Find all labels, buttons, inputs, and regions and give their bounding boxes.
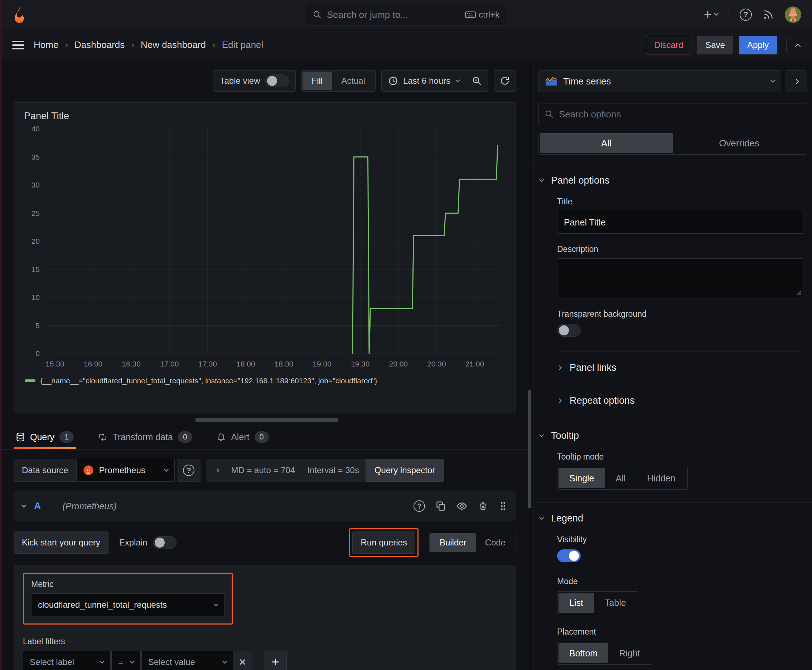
breadcrumb-separator: › — [212, 39, 215, 51]
window-edge — [0, 0, 2, 670]
apply-button[interactable]: Apply — [739, 36, 777, 54]
tooltip-title: Tooltip — [551, 430, 579, 441]
collapse-header-icon[interactable] — [796, 43, 800, 47]
breadcrumb-separator: › — [131, 39, 134, 51]
metric-label: Metric — [31, 579, 224, 589]
time-series-chart[interactable]: 051015202530354015:3016:0016:3017:0017:3… — [22, 124, 504, 374]
zoom-out-icon[interactable] — [466, 76, 488, 86]
svg-text:20:00: 20:00 — [389, 360, 408, 368]
tooltip-all-option[interactable]: All — [605, 468, 637, 488]
breadcrumb-new-dashboard[interactable]: New dashboard — [141, 39, 206, 51]
query-options-collapsed[interactable]: MD = auto = 704 Interval = 30s — [206, 459, 368, 482]
kick-start-query-button[interactable]: Kick start your query — [14, 531, 108, 554]
data-source-picker[interactable]: Prometheus — [76, 459, 175, 482]
operator-value: = — [118, 657, 123, 667]
svg-text:21:00: 21:00 — [465, 360, 485, 368]
builder-option[interactable]: Builder — [431, 533, 476, 552]
svg-text:19:00: 19:00 — [312, 360, 332, 368]
query-row-header[interactable]: A (Prometheus) ? — [14, 491, 516, 521]
select-label-dropdown[interactable]: Select label — [23, 651, 111, 670]
duplicate-query-icon[interactable] — [436, 501, 446, 511]
tab-all[interactable]: All — [540, 133, 673, 153]
left-pane-scrollbar[interactable] — [528, 390, 531, 508]
query-help-icon[interactable]: ? — [414, 500, 425, 512]
remove-filter-button[interactable]: ✕ — [233, 651, 253, 670]
nav-bar: Home › Dashboards › New dashboard › Edit… — [0, 29, 812, 61]
tab-transform-data[interactable]: Transform data 0 — [96, 431, 194, 449]
refresh-button[interactable] — [494, 70, 516, 91]
delete-query-icon[interactable] — [478, 501, 488, 511]
tab-alert[interactable]: Alert 0 — [214, 431, 271, 449]
tab-overrides[interactable]: Overrides — [673, 133, 805, 153]
svg-text:35: 35 — [32, 153, 40, 161]
explain-toggle[interactable] — [153, 536, 176, 549]
builder-code-segmented: Builder Code — [429, 532, 516, 553]
select-value-placeholder: Select value — [148, 657, 195, 667]
panel-title-input[interactable] — [557, 211, 804, 234]
placement-bottom-option[interactable]: Bottom — [559, 643, 608, 663]
pane-resize-handle[interactable] — [195, 418, 338, 422]
panel-title[interactable]: Panel Title — [14, 103, 79, 124]
repeat-options-section[interactable]: Repeat options — [557, 384, 804, 417]
table-view-control: Table view — [213, 70, 295, 91]
chart-legend: {__name__="cloudflared_tunnel_total_requ… — [25, 377, 515, 385]
fill-option[interactable]: Fill — [303, 71, 332, 90]
legend-list-option[interactable]: List — [559, 593, 594, 613]
code-option[interactable]: Code — [476, 533, 515, 552]
drag-handle-icon[interactable] — [499, 501, 507, 511]
metric-select[interactable]: cloudflared_tunnel_total_requests — [31, 594, 224, 616]
tooltip-single-option[interactable]: Single — [559, 468, 605, 488]
svg-text:20: 20 — [32, 237, 40, 245]
query-ref-id: A — [34, 501, 41, 512]
global-search[interactable]: Search or jump to... ctrl+k — [306, 4, 506, 25]
run-queries-button[interactable]: Run queries — [352, 531, 415, 554]
tooltip-header[interactable]: Tooltip — [534, 420, 812, 441]
breadcrumb-dashboards[interactable]: Dashboards — [75, 39, 125, 51]
select-value-dropdown[interactable]: Select value — [141, 651, 233, 670]
legend-visibility-toggle[interactable] — [557, 549, 581, 562]
help-icon[interactable]: ? — [740, 8, 752, 21]
explain-label: Explain — [119, 538, 147, 548]
news-icon[interactable] — [763, 9, 774, 20]
tooltip-hidden-option[interactable]: Hidden — [636, 468, 686, 488]
database-icon — [16, 432, 25, 442]
collapse-query-chevron-icon[interactable] — [22, 503, 26, 508]
breadcrumb-home[interactable]: Home — [34, 39, 58, 51]
breadcrumb-separator: › — [65, 39, 68, 51]
table-view-toggle[interactable] — [265, 74, 289, 87]
visualization-picker[interactable]: Time series — [539, 70, 781, 92]
new-menu-button[interactable]: + — [704, 7, 718, 22]
avatar[interactable] — [785, 7, 801, 23]
series-color-swatch — [25, 379, 36, 382]
time-range-chevron-icon[interactable] — [455, 78, 460, 82]
operator-dropdown[interactable]: = — [111, 651, 141, 670]
placement-right-option[interactable]: Right — [608, 643, 651, 663]
data-source-help-button[interactable]: ? — [177, 459, 200, 482]
transform-icon — [98, 432, 107, 442]
actual-option[interactable]: Actual — [332, 71, 375, 90]
search-options-input[interactable]: Search options — [539, 103, 807, 125]
grafana-logo[interactable] — [11, 6, 28, 23]
panel-options-header[interactable]: Panel options — [534, 165, 812, 186]
tab-query[interactable]: Query 1 — [14, 431, 76, 449]
legend-table-option[interactable]: Table — [594, 593, 637, 613]
description-textarea[interactable] — [557, 259, 804, 297]
panel-links-section[interactable]: Panel links — [557, 352, 804, 384]
label-filters-label: Label filters — [23, 637, 507, 646]
hamburger-menu-icon[interactable] — [12, 41, 24, 50]
legend-header[interactable]: Legend — [534, 503, 812, 524]
transparent-background-label: Transparent background — [557, 309, 804, 319]
svg-text:0: 0 — [36, 349, 40, 357]
discard-button[interactable]: Discard — [646, 36, 692, 54]
time-range-label[interactable]: Last 6 hours — [403, 76, 450, 86]
transparent-background-toggle[interactable] — [557, 324, 581, 337]
toggle-visibility-icon[interactable] — [456, 501, 467, 511]
query-inspector-button[interactable]: Query inspector — [366, 459, 444, 482]
add-filter-button[interactable]: + — [264, 651, 287, 670]
repeat-options-label: Repeat options — [570, 395, 635, 406]
top-bar: Search or jump to... ctrl+k + ? — [0, 0, 812, 29]
collapse-options-pane-button[interactable] — [785, 70, 807, 92]
time-series-icon — [545, 76, 558, 86]
save-button[interactable]: Save — [697, 36, 733, 54]
series-label[interactable]: {__name__="cloudflared_tunnel_total_requ… — [41, 377, 377, 385]
